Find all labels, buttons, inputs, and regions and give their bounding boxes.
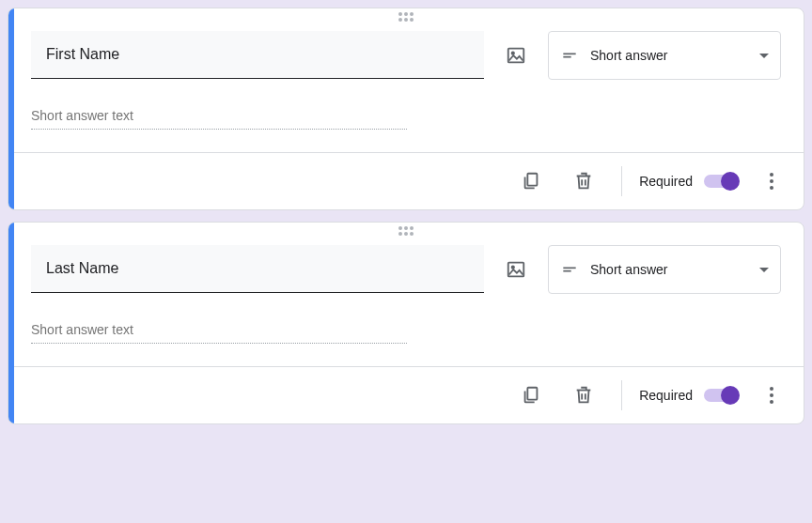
toggle-thumb: [721, 386, 740, 405]
footer-divider: [621, 166, 622, 196]
short-answer-icon: [560, 46, 579, 65]
add-image-button[interactable]: [495, 35, 537, 76]
question-type-label: Short answer: [590, 48, 748, 63]
question-type-dropdown[interactable]: Short answer: [548, 245, 781, 294]
required-toggle[interactable]: [702, 172, 740, 191]
short-answer-icon: [560, 260, 579, 279]
question-footer: Required: [8, 366, 804, 423]
question-title-input[interactable]: [31, 245, 484, 293]
trash-icon: [573, 171, 594, 192]
svg-point-1: [512, 53, 514, 54]
chevron-down-icon: [759, 54, 769, 58]
answer-preview: [8, 91, 804, 152]
required-label: Required: [639, 388, 693, 403]
delete-button[interactable]: [563, 161, 604, 202]
more-options-button[interactable]: [751, 375, 792, 416]
question-footer: Required: [8, 152, 804, 209]
more-vertical-icon: [770, 387, 773, 404]
answer-preview: [8, 305, 804, 366]
svg-rect-7: [563, 268, 575, 269]
required-toggle[interactable]: [702, 386, 740, 405]
required-group: Required: [639, 386, 740, 405]
copy-icon: [521, 385, 541, 406]
answer-text-preview: [31, 316, 407, 344]
question-title-input[interactable]: [31, 31, 484, 79]
image-icon: [506, 45, 526, 66]
question-card[interactable]: Short answer Required: [8, 8, 804, 210]
image-icon: [506, 259, 526, 280]
svg-rect-5: [508, 263, 524, 277]
svg-rect-9: [528, 388, 538, 400]
trash-icon: [573, 385, 594, 406]
question-type-dropdown[interactable]: Short answer: [548, 31, 781, 80]
duplicate-button[interactable]: [510, 375, 552, 416]
answer-text-preview: [31, 102, 407, 130]
delete-button[interactable]: [563, 375, 604, 416]
svg-point-6: [512, 267, 514, 269]
drag-handle[interactable]: [8, 8, 804, 23]
question-type-label: Short answer: [590, 262, 748, 277]
svg-rect-2: [563, 54, 575, 55]
question-header: Short answer: [8, 238, 804, 305]
svg-rect-0: [508, 49, 524, 63]
question-card[interactable]: Short answer Required: [8, 222, 804, 424]
more-options-button[interactable]: [751, 161, 792, 202]
more-vertical-icon: [770, 173, 773, 190]
question-header: Short answer: [8, 23, 804, 91]
svg-rect-3: [563, 56, 570, 58]
chevron-down-icon: [759, 268, 769, 272]
copy-icon: [521, 171, 541, 192]
drag-icon: [398, 226, 414, 236]
svg-rect-4: [528, 174, 538, 186]
drag-icon: [398, 12, 414, 22]
duplicate-button[interactable]: [510, 161, 552, 202]
drag-handle[interactable]: [8, 223, 804, 238]
toggle-thumb: [721, 172, 740, 191]
footer-divider: [621, 380, 622, 410]
svg-rect-8: [563, 270, 570, 272]
add-image-button[interactable]: [495, 249, 537, 290]
required-group: Required: [639, 172, 740, 191]
required-label: Required: [639, 174, 693, 189]
